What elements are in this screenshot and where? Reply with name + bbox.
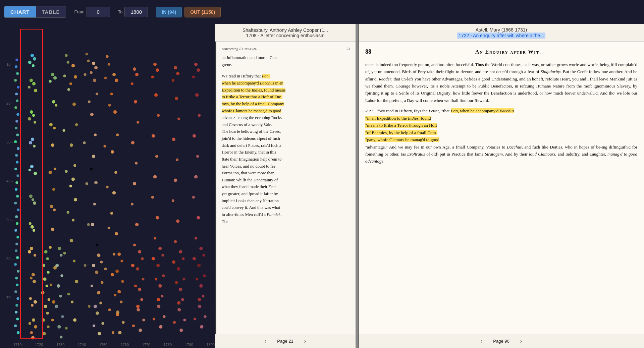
table-button[interactable]: TABLE xyxy=(36,6,66,17)
svg-point-194 xyxy=(174,240,177,243)
svg-point-94 xyxy=(51,143,54,147)
left-prev-button[interactable]: ‹ xyxy=(262,337,269,345)
svg-point-242 xyxy=(44,250,48,253)
left-book-page[interactable]: concerning Enthusiasm. 23 an Inflammatio… xyxy=(215,42,356,334)
svg-point-31 xyxy=(15,215,18,218)
svg-point-71 xyxy=(31,225,34,229)
svg-point-265 xyxy=(97,253,100,257)
svg-point-305 xyxy=(179,288,182,291)
svg-point-285 xyxy=(136,267,139,271)
right-next-button[interactable]: › xyxy=(518,337,525,345)
from-input[interactable] xyxy=(87,7,110,17)
svg-point-200 xyxy=(197,68,200,72)
svg-point-291 xyxy=(139,329,142,332)
svg-point-61 xyxy=(31,137,34,141)
svg-point-161 xyxy=(133,182,136,185)
svg-point-78 xyxy=(33,280,36,283)
svg-point-224 xyxy=(86,53,88,55)
left-doc-title-line1: Shaftesbury, Anthony Ashley Cooper (1... xyxy=(219,27,352,33)
svg-point-145 xyxy=(114,171,117,174)
svg-point-247 xyxy=(46,285,48,287)
svg-point-106 xyxy=(71,64,75,67)
svg-point-212 xyxy=(198,298,201,301)
svg-point-60 xyxy=(34,121,36,124)
svg-point-244 xyxy=(42,264,45,267)
scatter-plot[interactable] xyxy=(13,27,215,345)
svg-point-49 xyxy=(31,54,34,57)
svg-point-187 xyxy=(175,97,178,100)
svg-point-80 xyxy=(34,300,37,304)
svg-point-138 xyxy=(93,325,95,327)
svg-point-116 xyxy=(72,219,74,222)
svg-point-315 xyxy=(202,295,204,297)
svg-point-196 xyxy=(175,281,178,284)
svg-point-14 xyxy=(16,100,18,102)
svg-point-191 xyxy=(174,179,177,182)
svg-point-73 xyxy=(30,247,33,250)
svg-point-256 xyxy=(60,254,62,256)
svg-point-184 xyxy=(174,66,177,69)
x-axis: 1710 1720 1730 1740 1750 1760 1770 1780 … xyxy=(13,343,215,347)
svg-point-100 xyxy=(51,228,54,231)
chart-button[interactable]: CHART xyxy=(4,6,36,17)
svg-point-218 xyxy=(62,129,65,132)
right-doc-body[interactable]: 88 An Enquiry after Wit. tence is indeed… xyxy=(359,42,644,334)
in-badge[interactable]: IN (94) xyxy=(156,7,182,17)
svg-point-245 xyxy=(47,271,50,274)
y-label-20: 20 - xyxy=(3,101,13,105)
svg-point-57 xyxy=(30,110,33,114)
y-label-30: 30 - xyxy=(3,140,13,144)
svg-point-19 xyxy=(16,133,19,136)
svg-point-222 xyxy=(67,293,70,295)
right-prev-button[interactable]: ‹ xyxy=(478,337,485,345)
svg-point-257 xyxy=(55,264,59,267)
svg-point-169 xyxy=(153,63,157,66)
svg-point-208 xyxy=(197,216,200,219)
svg-point-246 xyxy=(43,277,46,281)
svg-point-164 xyxy=(133,244,136,246)
right-doc-footer: ‹ Page 96 › xyxy=(359,334,644,348)
svg-point-234 xyxy=(108,63,110,66)
svg-point-230 xyxy=(87,223,90,226)
svg-point-13 xyxy=(15,93,18,95)
svg-point-125 xyxy=(93,79,96,82)
right-text-1: tence is indeed too frequently put on, a… xyxy=(365,61,637,104)
svg-point-312 xyxy=(197,264,201,267)
out-badge[interactable]: OUT (1150) xyxy=(184,7,221,17)
svg-point-181 xyxy=(155,278,157,280)
svg-point-270 xyxy=(99,302,102,304)
svg-point-32 xyxy=(16,222,18,225)
svg-point-36 xyxy=(15,249,17,252)
svg-point-134 xyxy=(96,244,98,246)
svg-point-299 xyxy=(163,315,165,318)
svg-point-42 xyxy=(14,290,17,293)
left-doc-footer: ‹ Page 21 › xyxy=(215,334,356,348)
svg-point-15 xyxy=(14,106,17,109)
svg-point-197 xyxy=(177,301,180,305)
svg-point-278 xyxy=(117,290,121,293)
svg-point-290 xyxy=(142,318,145,321)
svg-point-303 xyxy=(177,267,180,271)
svg-point-151 xyxy=(114,294,116,296)
svg-point-176 xyxy=(153,175,157,178)
x-label-1790: 1790 xyxy=(185,343,193,347)
svg-point-300 xyxy=(159,325,162,329)
svg-point-252 xyxy=(42,318,45,322)
svg-point-233 xyxy=(106,55,109,58)
svg-point-133 xyxy=(91,223,94,226)
to-input[interactable] xyxy=(124,7,148,17)
chart-area[interactable]: 10 - 20 - 30 - 40 - 50 - 60 - 70 - xyxy=(0,24,215,348)
svg-point-136 xyxy=(91,285,93,287)
svg-point-239 xyxy=(108,227,110,229)
svg-point-316 xyxy=(198,305,201,308)
svg-point-65 xyxy=(29,169,31,171)
svg-point-51 xyxy=(28,61,32,64)
svg-point-286 xyxy=(142,278,144,280)
svg-point-170 xyxy=(156,68,159,72)
svg-point-83 xyxy=(29,322,31,325)
left-doc-header: Shaftesbury, Anthony Ashley Cooper (1...… xyxy=(215,24,356,42)
svg-point-262 xyxy=(61,315,64,318)
svg-point-10 xyxy=(16,72,19,75)
svg-point-189 xyxy=(172,137,175,141)
left-next-button[interactable]: › xyxy=(302,337,309,345)
